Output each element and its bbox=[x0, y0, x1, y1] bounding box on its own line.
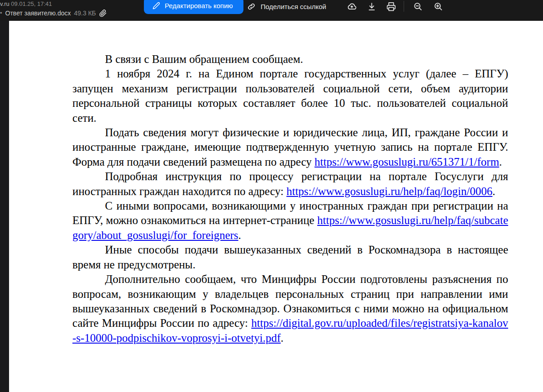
toolbar-divider bbox=[404, 1, 404, 12]
paragraph: Дополнительно сообщаем, что Минцифры Рос… bbox=[72, 272, 508, 345]
pencil-icon bbox=[152, 2, 160, 10]
attachment-viewer: v.ru 09.01.25, 17:41 • Ответ заявителю.d… bbox=[0, 0, 543, 392]
download-icon bbox=[367, 2, 376, 11]
download-button[interactable] bbox=[364, 0, 379, 13]
share-link-label: Поделиться ссылкой bbox=[261, 3, 326, 10]
message-timestamp: 09.01.25, 17:41 bbox=[11, 0, 52, 7]
document-body: В связи с Вашим обращением сообщаем.1 но… bbox=[9, 21, 508, 345]
edit-copy-label: Редактировать копию bbox=[165, 2, 233, 10]
link-icon bbox=[247, 2, 256, 11]
document-link[interactable]: https://digital.gov.ru/uploaded/files/re… bbox=[72, 317, 508, 344]
document-link[interactable]: https://www.gosuslugi.ru/651371/1/form bbox=[314, 156, 499, 168]
paragraph: 1 ноября 2024 г. на Едином портале госуд… bbox=[72, 67, 508, 125]
attachment-filesize: 49.3 КБ bbox=[74, 9, 96, 17]
zoom-out-button[interactable] bbox=[410, 0, 425, 13]
paragraph: Иные способы подачи вышеуказанных сведен… bbox=[72, 243, 508, 272]
document-link[interactable]: https://www.gosuslugi.ru/help/faq/subcat… bbox=[72, 214, 508, 241]
message-info-line: v.ru 09.01.25, 17:41 bbox=[0, 0, 141, 8]
save-to-cloud-button[interactable] bbox=[344, 0, 359, 13]
cloud-upload-icon bbox=[347, 2, 357, 11]
paragraph: Подать сведения могут физические и юриди… bbox=[72, 125, 508, 169]
document-page: № 02-ТР-33316 от 11.12.2024 В связи с Ва… bbox=[9, 21, 543, 392]
document-link[interactable]: https://www.gosuslugi.ru/help/faq/login/… bbox=[286, 185, 492, 197]
paperclip-icon bbox=[99, 10, 107, 17]
paragraph: В связи с Вашим обращением сообщаем. bbox=[72, 52, 508, 67]
attachment-filename: Ответ заявителю.docx bbox=[5, 9, 71, 17]
document-number-line: № 02-ТР-33316 от 11.12.2024 bbox=[302, 21, 461, 24]
document-area[interactable]: № 02-ТР-33316 от 11.12.2024 В связи с Ва… bbox=[0, 21, 543, 392]
print-button[interactable] bbox=[383, 0, 399, 13]
paragraph: Подробная инструкция по процессу регистр… bbox=[72, 169, 508, 199]
sender-address: v.ru bbox=[0, 0, 10, 7]
attachment-meta: v.ru 09.01.25, 17:41 • Ответ заявителю.d… bbox=[0, 0, 141, 17]
printer-icon bbox=[386, 2, 396, 11]
paragraph: С иными вопросами, возникающими у иностр… bbox=[72, 199, 508, 243]
zoom-out-icon bbox=[413, 2, 423, 11]
attachment-bullet: • bbox=[0, 9, 2, 17]
attachment-info-line: • Ответ заявителю.docx 49.3 КБ bbox=[0, 9, 141, 17]
viewer-toolbar: v.ru 09.01.25, 17:41 • Ответ заявителю.d… bbox=[0, 0, 543, 21]
edit-copy-button[interactable]: Редактировать копию bbox=[144, 0, 243, 14]
zoom-in-icon bbox=[433, 2, 443, 11]
share-link-button[interactable]: Поделиться ссылкой bbox=[247, 0, 326, 13]
zoom-in-button[interactable] bbox=[430, 0, 446, 13]
